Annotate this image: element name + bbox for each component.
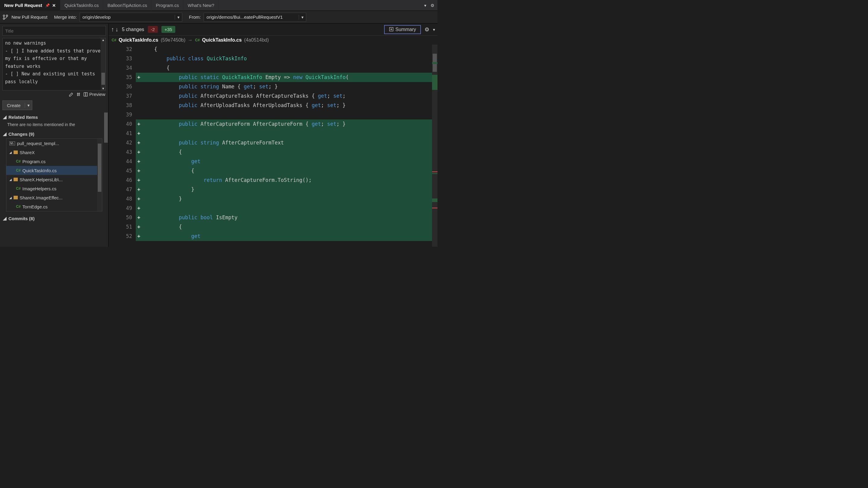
chevron-down-icon: ▾	[175, 15, 180, 20]
commits-label: Commits (8)	[8, 216, 35, 221]
title-input[interactable]	[2, 26, 106, 36]
folder-icon	[13, 196, 18, 199]
tree-file[interactable]: C# QuickTaskInfo.cs	[6, 166, 102, 175]
from-dropdown[interactable]: origin/demos/Bui...eatePullRequestV1 ▾	[204, 13, 306, 22]
diff-markers: ++++++++++++++	[136, 45, 141, 247]
arrow-down-icon[interactable]: ↓	[115, 26, 118, 33]
description-text[interactable]: no new warnings - [ ] I have added tests…	[3, 38, 105, 90]
csharp-icon: C#	[112, 38, 116, 42]
svg-rect-3	[84, 93, 86, 96]
gear-icon[interactable]: ⚙	[425, 26, 429, 33]
tree-label: Program.cs	[22, 159, 45, 164]
collapse-icon: ◢	[3, 216, 7, 221]
changes-header[interactable]: ◢ Changes (9)	[0, 129, 108, 138]
scrollbar[interactable]	[103, 112, 108, 247]
csharp-icon: C#	[16, 168, 21, 172]
merge-into-dropdown[interactable]: origin/develop ▾	[80, 13, 182, 22]
chevron-down-icon[interactable]: ▾	[424, 3, 426, 8]
collapse-icon: ◢	[9, 196, 12, 199]
tab[interactable]: QuickTaskInfo.cs	[60, 0, 103, 11]
summary-button[interactable]: Summary	[384, 25, 421, 34]
tab-new-pull-request[interactable]: New Pull Request 📌 ✕	[0, 0, 60, 11]
scroll-mark	[432, 62, 437, 64]
csharp-icon: C#	[16, 204, 21, 209]
scrollbar[interactable]	[432, 45, 437, 247]
scrollbar[interactable]	[97, 139, 102, 211]
tree-file[interactable]: C# ImageHelpers.cs	[6, 184, 102, 193]
related-items-empty: There are no items mentioned in the	[0, 122, 108, 129]
tree-file[interactable]: C# TornEdge.cs	[6, 202, 102, 211]
tree-label: ShareX.ImageEffec...	[20, 195, 62, 200]
related-items-header[interactable]: ◢ Related Items	[0, 112, 108, 122]
create-button[interactable]: Create ▾	[2, 100, 32, 110]
left-file-name: QuickTaskInfo.cs	[119, 37, 158, 43]
tree-label: ShareX	[20, 150, 35, 155]
svg-point-0	[3, 15, 5, 16]
edit-icon[interactable]	[69, 92, 73, 97]
toolbar-title: New Pull Request	[11, 14, 48, 20]
changes-tree: M↓ pull_request_templ...◢ ShareXC# Progr…	[6, 138, 102, 212]
tab-bar: New Pull Request 📌 ✕ QuickTaskInfo.csBal…	[0, 0, 437, 11]
description-toolbar: Preview	[0, 91, 108, 98]
file-path-bar: C# QuickTaskInfo.cs (59e7450b) → C# Quic…	[108, 36, 437, 45]
description-box[interactable]: no new warnings - [ ] I have added tests…	[2, 38, 106, 91]
tree-folder[interactable]: ◢ ShareX.ImageEffec...	[6, 193, 102, 202]
svg-point-2	[6, 15, 8, 16]
line-gutter: 3233343536373839404142434445464748495051…	[108, 45, 136, 247]
tree-label: ImageHelpers.cs	[22, 186, 56, 191]
csharp-icon: C#	[16, 159, 21, 163]
scrollbar[interactable]: ▲ ▼	[101, 38, 105, 90]
tree-folder[interactable]: ◢ ShareX.HelpersLib\...	[6, 175, 102, 184]
editor-toolbar: ↑ ↓ 5 changes -2 +35 Summary ⚙ ▾	[108, 24, 437, 36]
sidebar: no new warnings - [ ] I have added tests…	[0, 24, 108, 247]
tab[interactable]: BalloonTipAction.cs	[103, 0, 151, 11]
scroll-down-icon[interactable]: ▼	[102, 87, 105, 90]
merge-into-value: origin/develop	[82, 14, 111, 20]
scroll-mark	[432, 173, 437, 174]
tree-file[interactable]: M↓ pull_request_templ...	[6, 139, 102, 148]
tree-label: ShareX.HelpersLib\...	[20, 177, 63, 182]
scroll-up-icon[interactable]: ▲	[102, 38, 105, 42]
tab[interactable]: Program.cs	[151, 0, 183, 11]
collapse-icon: ◢	[9, 151, 12, 154]
from-label: From:	[189, 14, 200, 20]
merge-into-label: Merge into:	[54, 14, 76, 20]
editor: ↑ ↓ 5 changes -2 +35 Summary ⚙ ▾ C# Quic…	[108, 24, 437, 247]
tab-label: New Pull Request	[4, 3, 42, 8]
markdown-icon: M↓	[9, 141, 15, 145]
collapse-icon: ◢	[3, 114, 7, 120]
added-badge: +35	[161, 26, 175, 33]
chevron-down-icon[interactable]: ▾	[433, 27, 435, 32]
create-label: Create	[3, 103, 25, 108]
summary-label: Summary	[396, 27, 416, 32]
pin-icon[interactable]: 📌	[45, 3, 50, 7]
branch-icon	[2, 14, 8, 20]
preview-button[interactable]: Preview	[83, 92, 105, 97]
changes-label: Changes (9)	[8, 131, 34, 137]
scroll-thumb[interactable]	[101, 73, 105, 85]
scroll-mark	[432, 207, 437, 208]
chevron-down-icon[interactable]: ▾	[25, 103, 32, 108]
collapse-icon: ◢	[3, 131, 7, 137]
code-area[interactable]: 3233343536373839404142434445464748495051…	[108, 45, 437, 247]
commits-header[interactable]: ◢ Commits (8)	[0, 214, 108, 223]
scroll-thumb[interactable]	[104, 112, 108, 143]
left-hash: (59e7450b)	[161, 37, 186, 43]
scroll-thumb[interactable]	[98, 143, 101, 192]
svg-rect-4	[86, 93, 88, 96]
tree-file[interactable]: C# Program.cs	[6, 157, 102, 166]
folder-icon	[13, 151, 18, 154]
close-icon[interactable]: ✕	[52, 3, 56, 8]
right-file-name: QuickTaskInfo.cs	[202, 37, 242, 43]
arrow-up-icon[interactable]: ↑	[111, 26, 114, 33]
merge-toolbar: New Pull Request Merge into: origin/deve…	[0, 11, 437, 24]
tree-folder[interactable]: ◢ ShareX	[6, 148, 102, 157]
hash-icon[interactable]	[76, 92, 81, 97]
code-lines[interactable]: { public class QuickTaskInfo { public st…	[141, 45, 437, 247]
tab[interactable]: What's New?	[183, 0, 219, 11]
gear-icon[interactable]: ⚙	[431, 3, 434, 8]
from-value: origin/demos/Bui...eatePullRequestV1	[206, 14, 283, 20]
tree-label: pull_request_templ...	[17, 141, 59, 146]
tree-label: QuickTaskInfo.cs	[22, 168, 56, 173]
preview-label: Preview	[89, 92, 105, 97]
